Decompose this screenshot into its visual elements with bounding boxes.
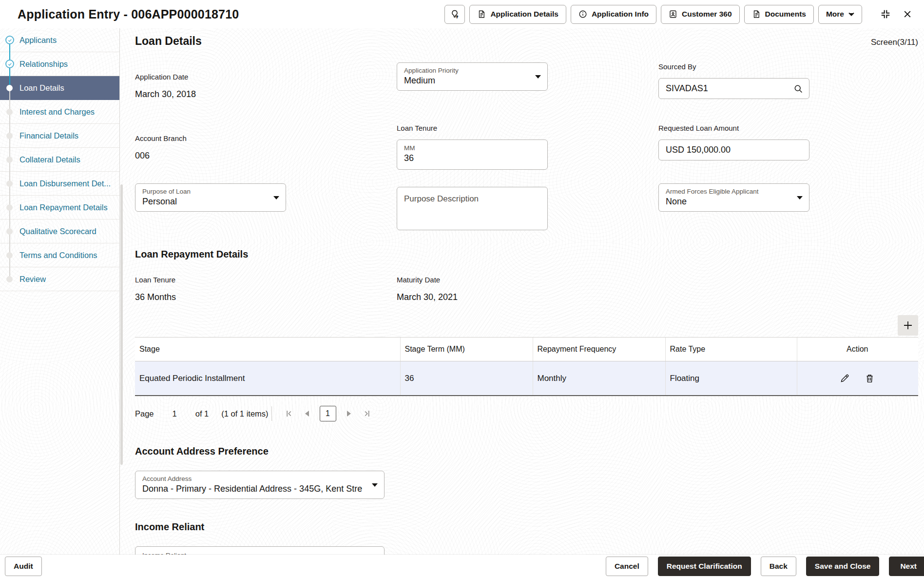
close-window-button[interactable] bbox=[902, 8, 913, 20]
maturity-date-field: Maturity Date March 30, 2021 bbox=[397, 276, 458, 302]
sidebar-item-label: Collateral Details bbox=[19, 155, 80, 164]
plus-icon bbox=[902, 319, 914, 331]
bulb-question-icon: ? bbox=[450, 9, 460, 19]
sourced-by-label: Sourced By bbox=[658, 62, 809, 71]
clarification-bulb-button[interactable]: ? bbox=[444, 5, 465, 24]
last-page-button[interactable] bbox=[362, 408, 372, 419]
application-info-label: Application Info bbox=[592, 10, 649, 19]
close-icon bbox=[903, 9, 912, 19]
purpose-description-box bbox=[397, 187, 548, 230]
restore-window-button[interactable] bbox=[879, 8, 892, 20]
sidebar-item-review[interactable]: Review bbox=[0, 267, 119, 291]
svg-text:?: ? bbox=[456, 15, 459, 19]
application-date-label: Application Date bbox=[135, 73, 286, 81]
cancel-button[interactable]: Cancel bbox=[606, 557, 648, 576]
last-page-icon bbox=[363, 409, 371, 418]
more-label: More bbox=[826, 10, 844, 19]
next-page-button[interactable] bbox=[345, 409, 353, 418]
sourced-by-lookup-button[interactable] bbox=[792, 83, 804, 95]
sidebar-item-financial-details[interactable]: Financial Details bbox=[0, 124, 119, 148]
sidebar-item-interest-and-charges[interactable]: Interest and Charges bbox=[0, 100, 119, 124]
first-page-button[interactable] bbox=[284, 408, 294, 419]
application-priority-label: Application Priority bbox=[404, 67, 533, 74]
sidebar-item-collateral-details[interactable]: Collateral Details bbox=[0, 148, 119, 172]
step-dot bbox=[6, 276, 13, 282]
customer-360-button[interactable]: Customer 360 bbox=[661, 5, 740, 24]
application-date-value: March 30, 2018 bbox=[135, 89, 286, 100]
sidebar-item-label: Review bbox=[19, 275, 46, 284]
step-dot bbox=[6, 228, 13, 235]
application-priority-value: Medium bbox=[404, 76, 435, 85]
restore-icon bbox=[880, 9, 891, 20]
screen-header: Loan Details Screen(3/11) bbox=[135, 35, 918, 48]
content-scrollbar[interactable] bbox=[120, 184, 123, 465]
sidebar-item-relationships[interactable]: Relationships bbox=[0, 52, 119, 76]
sourced-by-input[interactable] bbox=[666, 83, 792, 94]
maturity-date-label: Maturity Date bbox=[397, 276, 458, 284]
sidebar-item-applicants[interactable]: Applicants bbox=[0, 28, 119, 52]
application-details-button[interactable]: Application Details bbox=[469, 5, 566, 24]
sidebar-item-loan-disbursement-details[interactable]: Loan Disbursement Det... bbox=[0, 172, 119, 196]
window-controls bbox=[879, 8, 913, 20]
cell-stage-term: 36 bbox=[400, 361, 533, 396]
back-button[interactable]: Back bbox=[761, 557, 796, 576]
sidebar-item-label: Loan Repayment Details bbox=[19, 203, 108, 212]
step-active-dot bbox=[6, 85, 13, 91]
current-page-input[interactable] bbox=[320, 406, 336, 421]
form-row-3: Purpose of Loan Personal Armed Forces El… bbox=[135, 183, 809, 230]
info-icon bbox=[578, 10, 587, 19]
prev-page-button[interactable] bbox=[303, 409, 311, 418]
repayment-loan-tenure-value: 36 Months bbox=[135, 292, 397, 302]
sidebar-item-loan-repayment-details[interactable]: Loan Repayment Details bbox=[0, 196, 119, 219]
application-info-button[interactable]: Application Info bbox=[571, 5, 656, 24]
step-dot bbox=[6, 204, 13, 211]
table-row[interactable]: Equated Periodic Installment 36 Monthly … bbox=[135, 361, 918, 396]
account-branch-value: 006 bbox=[135, 151, 286, 161]
loan-repayment-section-title: Loan Repayment Details bbox=[135, 249, 918, 260]
add-repayment-stage-button[interactable] bbox=[898, 315, 918, 336]
loan-tenure-label: Loan Tenure bbox=[397, 124, 548, 132]
sourced-by-field: Sourced By bbox=[658, 62, 809, 99]
requested-loan-amount-input-wrap bbox=[658, 140, 809, 160]
documents-button[interactable]: Documents bbox=[744, 5, 814, 24]
purpose-description-textarea[interactable] bbox=[397, 187, 547, 230]
sidebar-item-label: Interest and Charges bbox=[19, 107, 95, 117]
sidebar-item-loan-details[interactable]: Loan Details bbox=[0, 76, 119, 100]
delete-row-button[interactable] bbox=[864, 372, 876, 384]
page-of-label: of 1 bbox=[195, 409, 209, 419]
sidebar-item-label: Relationships bbox=[19, 60, 68, 69]
repayment-stage-table: Stage Stage Term (MM) Repayment Frequenc… bbox=[135, 337, 918, 396]
step-completed-icon bbox=[5, 36, 14, 44]
edit-row-button[interactable] bbox=[839, 372, 851, 384]
caret-down-icon bbox=[797, 196, 803, 199]
request-clarification-button[interactable]: Request Clarification bbox=[658, 557, 751, 576]
sidebar-item-label: Terms and Conditions bbox=[19, 251, 97, 260]
loan-tenure-input[interactable]: MM 36 bbox=[397, 140, 548, 170]
step-dot bbox=[6, 109, 13, 115]
more-button[interactable]: More bbox=[818, 5, 862, 24]
action-bar-right: Cancel Request Clarification Back Save a… bbox=[606, 557, 924, 576]
sidebar-item-qualitative-scorecard[interactable]: Qualitative Scorecard bbox=[0, 219, 119, 243]
main-area: Applicants Relationships Loan Details In… bbox=[0, 28, 924, 555]
sidebar-item-label: Applicants bbox=[19, 36, 57, 45]
purpose-of-loan-select[interactable]: Purpose of Loan Personal bbox=[135, 183, 286, 212]
delete-icon bbox=[865, 373, 875, 383]
income-reliant-field[interactable]: Income Reliant DonnaMWills bbox=[135, 546, 385, 555]
screen-title: Loan Details bbox=[135, 35, 202, 48]
application-priority-select[interactable]: Application Priority Medium bbox=[397, 62, 548, 91]
purpose-of-loan-label: Purpose of Loan bbox=[142, 188, 271, 195]
sidebar-item-label: Loan Details bbox=[19, 83, 64, 93]
account-address-select[interactable]: Account Address Donna - Primary - Reside… bbox=[135, 471, 385, 499]
screen-progress-indicator: Screen(3/11) bbox=[871, 38, 918, 47]
documents-label: Documents bbox=[765, 10, 806, 19]
next-button[interactable]: Next bbox=[889, 557, 924, 576]
cell-action bbox=[797, 361, 918, 396]
requested-loan-amount-input[interactable] bbox=[666, 145, 804, 155]
cell-rate-type: Floating bbox=[665, 361, 797, 396]
sidebar-item-terms-and-conditions[interactable]: Terms and Conditions bbox=[0, 243, 119, 267]
audit-button[interactable]: Audit bbox=[5, 557, 42, 576]
save-and-close-button[interactable]: Save and Close bbox=[806, 557, 880, 576]
pagination-divider bbox=[271, 406, 272, 421]
armed-forces-eligible-select[interactable]: Armed Forces Eligible Applicant None bbox=[658, 183, 809, 212]
column-header-stage: Stage bbox=[135, 338, 400, 361]
